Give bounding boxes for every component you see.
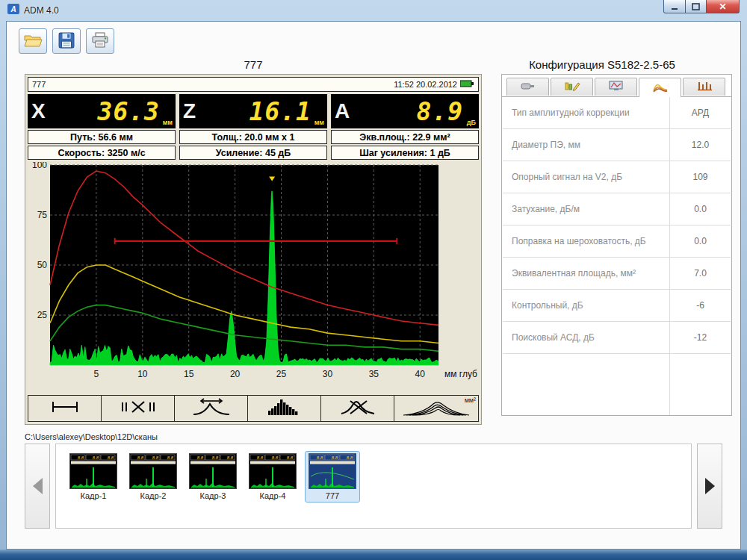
thumbnails-panel: 8.88.88.8 Кадр-1 8.88.88.8 Кадр-2 8.88.8… <box>55 444 692 529</box>
config-row-label: Эквивалентная площадь, мм² <box>503 258 669 289</box>
area-envelope-button[interactable]: мм² <box>394 396 478 421</box>
config-row-value: -12 <box>669 322 731 353</box>
measurement-display: Z 16.1 мм <box>179 94 327 128</box>
save-icon <box>58 32 75 51</box>
thumbnail-preview: 8.88.88.8 <box>69 453 117 489</box>
config-row-value: -6 <box>669 290 731 321</box>
comb-tab-icon <box>696 80 713 95</box>
svg-text:50: 50 <box>37 260 48 270</box>
filmstrip: 8.88.88.8 Кадр-1 8.88.88.8 Кадр-2 8.88.8… <box>25 444 722 529</box>
thumbnail-preview: 8.88.88.8 <box>129 453 177 489</box>
scan-thumbnail[interactable]: 8.88.88.8 Кадр-3 <box>186 452 240 502</box>
measurement-unit: мм <box>314 119 324 126</box>
measurement-column: Z 16.1 мм Толщ.: 20.0 мм x 1 Усиление: 4… <box>179 94 327 160</box>
edit-tab-icon <box>564 80 580 95</box>
svg-text:25: 25 <box>37 310 48 320</box>
config-row: Поправка на шероховатость, дБ 0.0 <box>503 225 731 258</box>
save-file-button[interactable] <box>52 28 81 54</box>
gate-measure-icon <box>41 397 89 420</box>
config-row-label: Затухание, дБ/м <box>503 193 669 225</box>
svg-text:30: 30 <box>323 369 333 379</box>
config-row-value: 0.0 <box>669 193 731 225</box>
screen-tab-icon <box>608 80 624 95</box>
thumbnail-label: Кадр-3 <box>187 491 238 500</box>
open-file-button[interactable] <box>19 28 47 54</box>
open-folder-icon <box>23 32 43 51</box>
histogram-button[interactable] <box>248 396 321 421</box>
close-button[interactable]: ✕ <box>707 0 740 13</box>
measurement-value: 8.9 <box>416 99 463 124</box>
config-row: Поисковый АСД, дБ -12 <box>503 322 731 354</box>
config-row: Опорный сигнал на V2, дБ 109 <box>503 161 731 193</box>
curves-tab-icon <box>652 81 669 96</box>
app-window: A ADM 4.0 ✕ 777 Конфигурация S5182-2.5-6… <box>0 0 747 560</box>
peak-arrow-button[interactable] <box>175 396 248 421</box>
scans-folder-path: C:\Users\alexey\Desktop\12D\сканы <box>25 432 722 441</box>
config-tab-3[interactable] <box>595 78 637 96</box>
minimize-button[interactable] <box>663 0 686 13</box>
config-row: Тип амплитудной коррекции АРД <box>503 97 731 129</box>
scroll-left-button[interactable] <box>25 444 50 529</box>
measurement-info-row2: Скорость: 3250 м/с <box>28 146 176 160</box>
device-scan-name: 777 <box>32 80 46 89</box>
config-tab-2[interactable] <box>551 78 593 96</box>
maximize-button[interactable] <box>686 0 707 13</box>
arrow-right-icon <box>705 478 715 494</box>
device-toolbar: мм² <box>28 395 479 422</box>
svg-text:40: 40 <box>415 369 426 379</box>
area-envelope-icon <box>400 396 472 420</box>
window-title: ADM 4.0 <box>24 5 59 16</box>
svg-text:мм глуб: мм глуб <box>444 369 477 379</box>
markers-cross-icon <box>114 397 162 420</box>
arrow-left-icon <box>33 478 43 494</box>
config-tab-4[interactable] <box>639 78 681 97</box>
svg-text:75: 75 <box>37 210 48 220</box>
scan-thumbnail[interactable]: 8.88.88.8 Кадр-2 <box>126 452 180 502</box>
svg-text:8.8: 8.8 <box>257 455 264 460</box>
scan-thumbnail[interactable]: 8.88.88.8 Кадр-4 <box>246 452 300 502</box>
svg-text:8.8: 8.8 <box>212 455 219 460</box>
measurement-info-row1: Толщ.: 20.0 мм x 1 <box>179 130 327 144</box>
envelope-off-button[interactable] <box>321 396 394 421</box>
peak-arrow-icon <box>187 396 235 420</box>
svg-text:8.8: 8.8 <box>197 455 204 460</box>
svg-text:20: 20 <box>230 369 241 379</box>
measurement-info-row1: Путь: 56.6 мм <box>28 130 176 144</box>
config-row: Диаметр ПЭ, мм 12.0 <box>503 129 731 161</box>
svg-text:35: 35 <box>369 369 379 379</box>
thumbnail-preview: 8.88.88.8 <box>249 453 297 489</box>
thumbnail-preview: 8.88.88.8 <box>309 453 356 489</box>
measurement-column: A 8.9 дБ Экв.площ.: 22.9 мм² Шаг усилени… <box>331 94 479 160</box>
app-icon: A <box>7 4 19 17</box>
config-row-value: 12.0 <box>669 129 731 161</box>
scan-thumbnail[interactable]: 8.88.88.8 Кадр-1 <box>66 452 120 502</box>
window-bottom-border <box>0 550 747 560</box>
scroll-right-button[interactable] <box>697 444 722 529</box>
measurement-letter: A <box>335 101 350 122</box>
scan-thumbnail[interactable]: 8.88.88.8 777 <box>306 452 359 502</box>
client-area: 777 Конфигурация S5182-2.5-65 777 11:52 … <box>6 21 741 550</box>
measurement-info-row1: Экв.площ.: 22.9 мм² <box>331 130 479 144</box>
a-scan-plot: 255075100510152025303540мм глуб <box>28 162 479 393</box>
markers-cross-button[interactable] <box>102 396 175 421</box>
config-tab-1[interactable] <box>506 78 549 96</box>
device-screen: 777 11:52 20.02.2012 X 36.3 <box>25 74 482 425</box>
title-bar[interactable]: A ADM 4.0 ✕ <box>0 0 747 21</box>
gate-measure-button[interactable] <box>28 396 102 421</box>
svg-text:100: 100 <box>32 162 47 170</box>
config-tab-5[interactable] <box>683 78 725 96</box>
thumbnail-label: Кадр-4 <box>247 491 298 500</box>
battery-icon <box>460 80 474 89</box>
histogram-icon <box>261 397 309 420</box>
config-row-label: Опорный сигнал на V2, дБ <box>503 161 669 193</box>
svg-text:A: A <box>10 5 16 13</box>
measurement-unit: мм <box>163 119 173 126</box>
thumbnail-label: Кадр-2 <box>128 491 179 500</box>
config-row-value: АРД <box>669 97 731 128</box>
measurement-display: X 36.3 мм <box>28 94 176 128</box>
measurement-value: 16.1 <box>249 99 311 124</box>
print-button[interactable] <box>86 28 114 54</box>
config-row-label: Диаметр ПЭ, мм <box>503 129 669 161</box>
measurement-info-row2: Шаг усиления: 1 дБ <box>331 146 479 160</box>
config-title: Конфигурация S5182-2.5-65 <box>482 58 722 71</box>
